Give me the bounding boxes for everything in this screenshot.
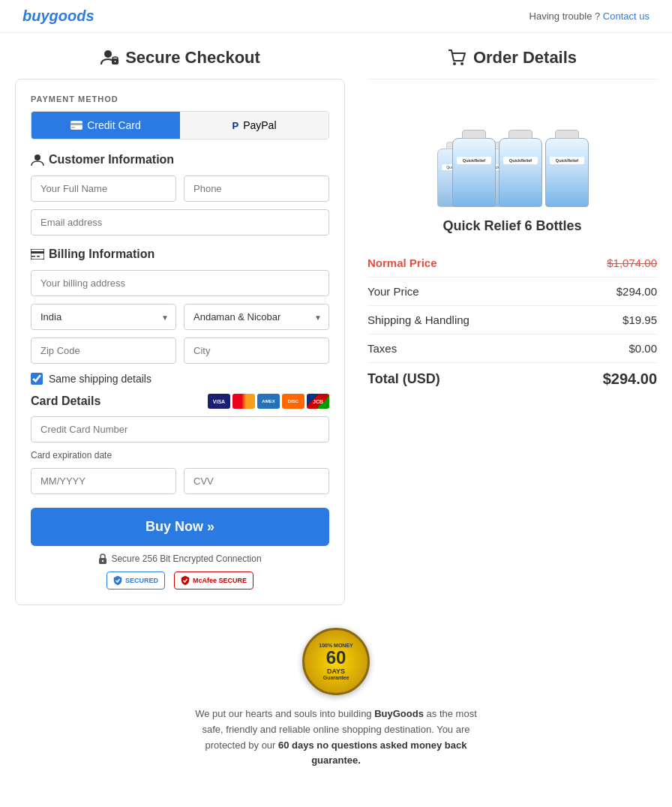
- expiry-group: [31, 468, 176, 494]
- product-image-container: QuickRelief QuickRelief QuickRelief: [368, 87, 657, 207]
- badge-days-label: DAYS: [327, 668, 345, 675]
- svg-point-14: [453, 62, 456, 65]
- expiry-cvv-row: [31, 468, 329, 494]
- svg-point-3: [115, 61, 116, 62]
- price-rows: Normal Price $1,074.00 Your Price $294.0…: [368, 249, 657, 395]
- same-shipping-row: Same shipping details: [31, 373, 329, 385]
- footer: 100% MONEY 60 DAYS Guarantee We put our …: [0, 605, 672, 784]
- bottle-cap-front-1: [462, 130, 486, 139]
- customer-icon: [31, 153, 44, 166]
- full-name-input[interactable]: [31, 176, 176, 202]
- order-title: Order Details: [473, 48, 577, 68]
- state-select[interactable]: Andaman & Nicobar: [184, 304, 329, 330]
- bottle-front-2: QuickRelief: [499, 138, 542, 207]
- email-row: [31, 209, 329, 236]
- expiry-input[interactable]: [31, 468, 176, 494]
- trust-badges: SECURED McAfee SECURE: [31, 572, 329, 590]
- svg-rect-5: [70, 123, 82, 125]
- card-details-header: Card Details VISA AMEX DISC JCB: [31, 394, 329, 409]
- card-details-title: Card Details: [31, 394, 100, 408]
- money-back-badge: 100% MONEY 60 DAYS Guarantee: [302, 628, 370, 695]
- your-price-label: Your Price: [368, 285, 419, 298]
- full-name-group: [31, 176, 176, 202]
- discover-icon: DISC: [282, 394, 304, 409]
- divider-top: [368, 79, 657, 80]
- checkout-column: Secure Checkout PAYMENT METHOD Credit Ca…: [15, 48, 345, 605]
- order-column: Order Details QuickRelief QuickRelief: [368, 48, 657, 605]
- taxes-value: $0.00: [628, 342, 657, 355]
- country-state-row: India ▼ Andaman & Nicobar ▼: [31, 304, 329, 330]
- email-input[interactable]: [31, 209, 329, 236]
- lock-icon: [98, 554, 107, 564]
- svg-rect-10: [32, 256, 35, 257]
- order-section-title: Order Details: [368, 48, 657, 68]
- name-phone-row: [31, 176, 329, 202]
- svg-point-7: [34, 154, 40, 160]
- footer-text: We put our hearts and souls into buildin…: [186, 706, 486, 769]
- same-shipping-checkbox[interactable]: [31, 373, 43, 385]
- cvv-group: [184, 468, 329, 494]
- contact-link[interactable]: Contact us: [603, 10, 650, 22]
- normal-price-value: $1,074.00: [607, 256, 657, 269]
- country-select[interactable]: India: [31, 304, 176, 330]
- product-title: Quick Relief 6 Bottles: [368, 218, 657, 234]
- zip-input[interactable]: [31, 338, 176, 364]
- tab-paypal[interactable]: P PayPal: [180, 112, 328, 139]
- payment-method-label: PAYMENT METHOD: [31, 94, 329, 104]
- normal-price-row: Normal Price $1,074.00: [368, 249, 657, 278]
- checkout-section-title: Secure Checkout: [15, 48, 345, 68]
- main-container: Secure Checkout PAYMENT METHOD Credit Ca…: [0, 33, 672, 605]
- taxes-row: Taxes $0.00: [368, 334, 657, 363]
- payment-tabs: Credit Card P PayPal: [31, 111, 329, 140]
- checkout-title: Secure Checkout: [125, 48, 260, 68]
- svg-rect-8: [31, 249, 44, 260]
- state-wrapper: Andaman & Nicobar ▼: [184, 304, 329, 330]
- badge-guarantee: Guarantee: [323, 675, 350, 680]
- expiry-label: Card expiration date: [31, 450, 329, 460]
- svg-point-15: [460, 62, 464, 65]
- total-row: Total (USD) $294.00: [368, 363, 657, 395]
- logo: buygoods: [22, 8, 94, 25]
- card-number-input[interactable]: [31, 416, 329, 442]
- bottle-cap-front-2: [508, 130, 532, 139]
- svg-point-13: [102, 560, 104, 562]
- card-number-row: [31, 416, 329, 442]
- svg-rect-6: [71, 127, 75, 128]
- paypal-p-icon: P: [232, 120, 238, 131]
- cvv-input[interactable]: [184, 468, 329, 494]
- mcafee-icon: [181, 575, 190, 586]
- expiry-section: Card expiration date: [31, 450, 329, 494]
- normal-price-label: Normal Price: [368, 256, 437, 269]
- credit-card-icon: [70, 121, 82, 130]
- secure-checkout-icon: [100, 48, 119, 68]
- your-price-row: Your Price $294.00: [368, 278, 657, 306]
- card-icons: VISA AMEX DISC JCB: [208, 394, 329, 409]
- jcb-icon: JCB: [307, 394, 329, 409]
- tab-credit-card[interactable]: Credit Card: [32, 112, 180, 139]
- mastercard-icon: [232, 394, 255, 409]
- front-bottles: QuickRelief QuickRelief QuickRelief: [452, 138, 589, 207]
- card-details-section: Card Details VISA AMEX DISC JCB Ca: [31, 394, 329, 494]
- bottle-label-front-2: QuickRelief: [503, 157, 538, 164]
- same-shipping-label: Same shipping details: [49, 373, 152, 385]
- total-label: Total (USD): [368, 371, 440, 387]
- city-group: [184, 338, 329, 364]
- product-bottles: QuickRelief QuickRelief QuickRelief: [430, 87, 595, 207]
- footer-days-ref: 60 days no questions asked: [278, 740, 408, 751]
- country-wrapper: India ▼: [31, 304, 176, 330]
- buy-now-button[interactable]: Buy Now »: [31, 508, 329, 546]
- paypal-tab-label: PayPal: [243, 119, 276, 131]
- email-group: [31, 209, 329, 236]
- billing-address-input[interactable]: [31, 270, 329, 296]
- your-price-value: $294.00: [616, 285, 657, 298]
- billing-icon: [31, 249, 44, 260]
- zip-city-row: [31, 338, 329, 364]
- cart-icon: [448, 49, 467, 67]
- bottle-cap-front-3: [555, 130, 579, 139]
- city-input[interactable]: [184, 338, 329, 364]
- secure-connection-text: Secure 256 Bit Encrypted Connection: [31, 554, 329, 564]
- zip-group: [31, 338, 176, 364]
- phone-input[interactable]: [184, 176, 329, 202]
- visa-icon: VISA: [208, 394, 230, 409]
- mcafee-badge-label: McAfee SECURE: [193, 577, 247, 584]
